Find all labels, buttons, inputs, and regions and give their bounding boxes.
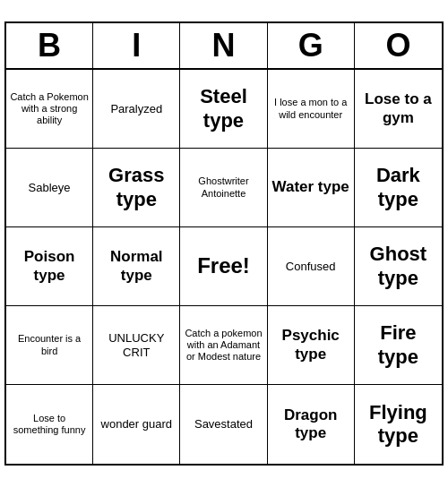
bingo-cell-9: Dark type (355, 149, 442, 227)
header-letter-o: O (355, 23, 442, 68)
bingo-cell-10: Poison type (6, 227, 93, 306)
bingo-cell-5: Sableye (6, 149, 93, 227)
bingo-cell-11: Normal type (93, 227, 180, 306)
bingo-cell-8: Water type (268, 149, 355, 227)
bingo-cell-23: Dragon type (268, 385, 355, 464)
bingo-cell-18: Psychic type (268, 306, 355, 385)
bingo-cell-0: Catch a Pokemon with a strong ability (6, 70, 93, 149)
bingo-cell-22: Savestated (180, 385, 267, 464)
header-letter-g: G (268, 23, 355, 68)
bingo-cell-17: Catch a pokemon with an Adamant or Modes… (180, 306, 267, 385)
header-letter-i: I (93, 23, 180, 68)
bingo-cell-15: Encounter is a bird (6, 306, 93, 385)
bingo-grid: Catch a Pokemon with a strong abilityPar… (6, 70, 442, 464)
bingo-cell-4: Lose to a gym (355, 70, 442, 149)
bingo-cell-21: wonder guard (93, 385, 180, 464)
bingo-cell-12: Free! (180, 227, 267, 306)
bingo-cell-14: Ghost type (355, 227, 442, 306)
bingo-cell-16: UNLUCKY CRIT (93, 306, 180, 385)
bingo-card: BINGO Catch a Pokemon with a strong abil… (4, 21, 444, 466)
bingo-cell-7: Ghostwriter Antoinette (180, 149, 267, 227)
bingo-cell-20: Lose to something funny (6, 385, 93, 464)
bingo-cell-6: Grass type (93, 149, 180, 227)
bingo-cell-13: Confused (268, 227, 355, 306)
bingo-cell-24: Flying type (355, 385, 442, 464)
bingo-header: BINGO (6, 23, 442, 70)
bingo-cell-19: Fire type (355, 306, 442, 385)
bingo-cell-1: Paralyzed (93, 70, 180, 149)
bingo-cell-3: I lose a mon to a wild encounter (268, 70, 355, 149)
header-letter-b: B (6, 23, 93, 68)
bingo-cell-2: Steel type (180, 70, 267, 149)
header-letter-n: N (180, 23, 267, 68)
